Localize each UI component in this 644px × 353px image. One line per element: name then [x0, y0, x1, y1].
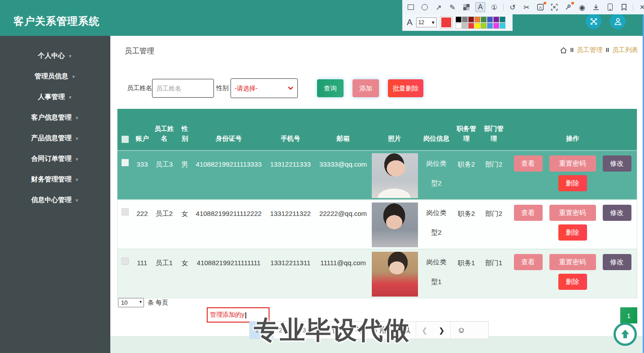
download-icon[interactable] [591, 2, 601, 12]
edit-button[interactable]: 修改 [603, 254, 631, 270]
per-page-label: 条 每页 [148, 299, 168, 307]
sidebar-item-customer-info[interactable]: 客户信息管理▼ [0, 107, 110, 128]
add-button[interactable]: 添加 [352, 79, 379, 97]
palette-color-swatch[interactable] [474, 17, 480, 22]
cell-id-card: 410882199211113333 [193, 151, 265, 170]
row-checkbox[interactable] [122, 159, 129, 166]
ime-prev-page-arrow[interactable]: ❮ [416, 322, 433, 339]
current-color-swatch[interactable] [440, 17, 452, 28]
rectangle-tool-icon[interactable] [406, 2, 416, 12]
palette-color-swatch[interactable] [462, 17, 468, 22]
sidebar-item-info-center[interactable]: 信息中心管理▼ [0, 189, 110, 210]
row-checkbox[interactable] [122, 258, 129, 265]
page-number-badge[interactable]: 1 [620, 307, 637, 323]
palette-color-swatch[interactable] [456, 23, 461, 29]
ime-candidate[interactable]: 6用 [368, 322, 392, 339]
palette-color-swatch[interactable] [481, 17, 487, 22]
palette-color-swatch[interactable] [462, 23, 468, 29]
palette-color-swatch[interactable] [468, 17, 474, 22]
toolbar-divider [633, 4, 633, 11]
fullscreen-button[interactable] [586, 13, 601, 29]
ime-candidate[interactable]: 2一 [274, 322, 297, 339]
palette-color-swatch[interactable] [493, 17, 499, 22]
ime-candidate[interactable]: 7以 [392, 322, 416, 339]
reset-password-button[interactable]: 重置密码 [549, 155, 596, 172]
sidebar-item-product-info[interactable]: 产品信息管理▼ [0, 128, 110, 148]
page-size-select[interactable]: 10 [118, 298, 144, 307]
bookmark-icon[interactable] [619, 2, 629, 12]
cell-position: 岗位类型2 [424, 154, 449, 193]
batch-delete-button[interactable]: 批量删除 [388, 79, 423, 97]
palette-color-swatch[interactable] [487, 17, 493, 22]
font-size-select[interactable]: 12 ▾ [416, 17, 437, 27]
palette-color-swatch[interactable] [468, 23, 474, 29]
ellipse-tool-icon[interactable] [420, 2, 430, 12]
palette-color-swatch[interactable] [500, 23, 505, 29]
edit-button[interactable]: 修改 [603, 205, 631, 221]
breadcrumb-link-employee-list[interactable]: 员工列表 [612, 46, 638, 54]
select-all-checkbox[interactable] [122, 136, 129, 143]
ime-emoji-button[interactable]: ☺ [451, 322, 472, 339]
home-icon[interactable] [560, 47, 567, 54]
arrow-up-icon [619, 328, 631, 340]
palette-color-swatch[interactable] [474, 23, 480, 29]
close-icon[interactable]: × [637, 2, 644, 12]
mosaic-tool-icon[interactable] [461, 2, 471, 12]
sidebar-item-admin-info[interactable]: 管理员信息▼ [0, 66, 110, 86]
palette-color-swatch[interactable] [493, 23, 499, 29]
crop-scissors-icon[interactable]: ✂ [522, 2, 531, 12]
delete-button[interactable]: 删除 [558, 224, 587, 241]
palette-color-swatch[interactable] [487, 23, 493, 29]
view-button[interactable]: 查看 [514, 155, 543, 172]
record-icon[interactable]: ◉ [577, 2, 587, 12]
ime-candidate[interactable]: 1有 [250, 322, 274, 339]
view-button[interactable]: 查看 [514, 205, 543, 221]
cell-dept: 部门2 [479, 151, 508, 170]
sidebar-item-contract-order[interactable]: 合同订单管理▼ [0, 148, 110, 169]
ime-candidate[interactable]: 4也 [321, 322, 344, 339]
row-checkbox[interactable] [122, 208, 129, 215]
reset-password-button[interactable]: 重置密码 [549, 205, 596, 221]
arrow-tool-icon[interactable]: ↗ [434, 2, 444, 12]
ime-candidate[interactable]: 3要 [297, 322, 321, 339]
text-tool-icon[interactable]: A [475, 2, 485, 12]
gender-filter-label: 性别 [216, 84, 229, 92]
svg-text:A: A [539, 5, 542, 10]
palette-color-swatch[interactable] [500, 17, 505, 22]
delete-button[interactable]: 删除 [558, 175, 587, 191]
send-to-phone-icon[interactable] [605, 2, 615, 12]
breadcrumb: II 员工管理 II 员工列表 [560, 46, 638, 54]
annotation-text-input[interactable]: 管理添加的y| [207, 307, 270, 323]
user-profile-button[interactable] [610, 13, 626, 29]
pen-tool-icon[interactable]: ✎ [448, 2, 457, 12]
employee-photo [372, 202, 418, 247]
sidebar-item-finance[interactable]: 财务管理管理▼ [0, 169, 110, 189]
gender-select[interactable]: -请选择- [231, 78, 298, 98]
ime-candidate[interactable]: 5与 [344, 322, 368, 339]
ocr-text-extract-icon[interactable] [549, 2, 559, 12]
cell-gender: 女 [177, 200, 193, 219]
chevron-down-icon: ▾ [432, 19, 435, 26]
step-number-tool-icon[interactable]: ① [489, 2, 499, 12]
font-size-value: 12 [418, 19, 424, 26]
search-button[interactable]: 查询 [317, 79, 344, 97]
reset-password-button[interactable]: 重置密码 [549, 254, 596, 270]
ime-next-page-arrow[interactable]: ❯ [433, 322, 450, 339]
pin-icon[interactable] [563, 2, 573, 12]
translate-icon[interactable]: A [535, 2, 545, 12]
palette-color-swatch[interactable] [481, 23, 487, 29]
back-to-top-button[interactable] [614, 323, 637, 346]
view-button[interactable]: 查看 [514, 254, 543, 270]
sidebar-item-personal-center[interactable]: 个人中心▼ [0, 45, 110, 66]
edit-button[interactable]: 修改 [603, 155, 631, 172]
ime-candidate-bar: 1有 2一 3要 4也 5与 6用 7以 ❮ ❯ ☺ [249, 321, 489, 339]
delete-button[interactable]: 删除 [558, 274, 587, 290]
sidebar-item-hr[interactable]: 人事管理▼ [0, 86, 110, 107]
palette-color-swatch[interactable] [456, 17, 461, 22]
col-header-duty: 职务管理 [453, 124, 479, 150]
annotation-text-value: 管理添加的y [210, 311, 244, 319]
breadcrumb-link-employee-mgmt[interactable]: 员工管理 [577, 46, 603, 54]
col-header-position: 岗位信息 [419, 133, 453, 150]
employee-name-input[interactable] [152, 79, 214, 98]
undo-icon[interactable]: ↺ [508, 2, 518, 12]
